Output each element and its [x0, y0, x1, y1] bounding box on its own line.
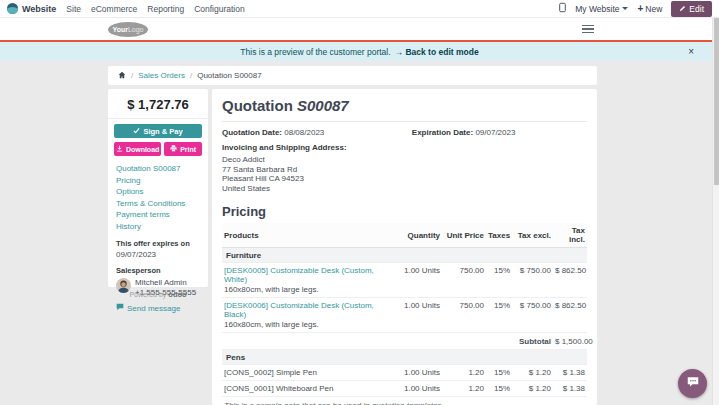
pricing-heading: Pricing — [222, 204, 587, 219]
plus-icon: + — [637, 5, 643, 13]
vertical-scrollbar[interactable] — [712, 18, 719, 405]
salesperson-label: Salesperson — [116, 266, 200, 275]
back-to-edit-link[interactable]: → Back to edit mode — [395, 47, 479, 57]
total-amount: $ 1,727.76 — [108, 89, 208, 119]
check-icon — [133, 127, 140, 136]
livechat-button[interactable] — [678, 369, 707, 398]
section-row-furniture: Furniture — [222, 248, 587, 263]
website-switcher[interactable]: My Website — [575, 4, 628, 14]
printer-icon — [170, 145, 177, 153]
edit-button[interactable]: Edit — [671, 1, 712, 17]
close-banner-icon[interactable]: × — [688, 46, 694, 57]
download-icon — [116, 145, 123, 153]
menu-reporting[interactable]: Reporting — [147, 4, 184, 14]
hamburger-menu-icon[interactable] — [579, 22, 597, 37]
arrow-right-icon: → — [395, 47, 404, 57]
quotation-date-value: 08/08/2023 — [284, 128, 324, 137]
breadcrumb: / Sales Orders / Quotation S00087 — [108, 66, 597, 85]
subtotal-row: Subtotal $ 1,500.00 — [222, 333, 587, 350]
download-button[interactable]: Download — [114, 142, 161, 156]
sidebar-item-quotation[interactable]: Quotation S00087 — [116, 163, 200, 175]
powered-by-odoo[interactable]: Powered by odoo — [108, 290, 208, 299]
chat-bubble-icon — [116, 303, 124, 313]
expiration-date-label: Expiration Date: — [412, 128, 473, 137]
expiration-date-value: 09/07/2023 — [475, 128, 515, 137]
salesperson-name: Mitchell Admin — [135, 278, 196, 288]
backend-navbar: Website Site eCommerce Reporting Configu… — [0, 0, 719, 18]
website-app-icon — [7, 0, 18, 18]
sign-pay-button[interactable]: Sign & Pay — [114, 124, 202, 138]
sidebar-item-options[interactable]: Options — [116, 186, 200, 198]
table-header-row: Products Quantity Unit Price Taxes Tax e… — [222, 223, 587, 248]
menu-site[interactable]: Site — [66, 4, 81, 14]
table-row: [CONS_0002] Simple Pen 1.00 Units 1.20 1… — [222, 365, 587, 381]
page-title: Quotation S00087 — [222, 97, 587, 122]
breadcrumb-sales-orders[interactable]: Sales Orders — [138, 71, 185, 80]
sidebar-nav: Quotation S00087 Pricing Options Terms &… — [108, 156, 208, 232]
table-row: [CONS_0001] Whiteboard Pen 1.00 Units 1.… — [222, 381, 587, 397]
sample-note-row: This is a sample note that can be used i… — [222, 397, 587, 405]
expiry-date: 09/07/2023 — [116, 250, 200, 259]
send-message-link[interactable]: Send message — [108, 298, 208, 313]
scrollbar-thumb[interactable] — [714, 18, 719, 185]
chevron-down-icon — [622, 7, 628, 10]
sidebar-item-payment-terms[interactable]: Payment terms — [116, 209, 200, 221]
banner-message: This is a preview of the customer portal… — [240, 47, 390, 57]
menu-configuration[interactable]: Configuration — [194, 4, 245, 14]
mobile-preview-icon[interactable] — [559, 2, 566, 15]
table-row: [DESK0006] Customizable Desk (Custom, Bl… — [222, 298, 587, 333]
breadcrumb-current: Quotation S00087 — [197, 71, 262, 80]
product-link[interactable]: [DESK0006] Customizable Desk (Custom, Bl… — [224, 301, 380, 319]
apps-menu-button[interactable]: Website — [7, 0, 56, 18]
new-page-button[interactable]: + New — [637, 4, 662, 14]
pencil-icon — [679, 4, 686, 14]
website-header: YourLogo — [0, 18, 719, 40]
odoo-wordmark: odoo — [168, 290, 186, 299]
sidebar-item-history[interactable]: History — [116, 221, 200, 233]
app-name[interactable]: Website — [22, 4, 56, 14]
quotation-sidebar: $ 1,727.76 Sign & Pay Download Print — [108, 89, 208, 287]
quotation-date-label: Quotation Date: — [222, 128, 282, 137]
table-row: [DESK0005] Customizable Desk (Custom, Wh… — [222, 263, 587, 298]
address-label: Invoicing and Shipping Address: — [222, 143, 587, 152]
home-icon[interactable] — [118, 71, 126, 81]
customer-address: Deco Addict 77 Santa Barbara Rd Pleasant… — [222, 155, 587, 193]
product-link[interactable]: [DESK0005] Customizable Desk (Custom, Wh… — [224, 266, 380, 284]
print-button[interactable]: Print — [164, 142, 202, 156]
quotation-document: Quotation S00087 Quotation Date: 08/08/2… — [212, 89, 597, 405]
menu-ecommerce[interactable]: eCommerce — [91, 4, 137, 14]
chat-icon — [686, 375, 700, 393]
expiry-label: This offer expires on — [116, 239, 200, 248]
section-row-pens: Pens — [222, 350, 587, 365]
portal-preview-banner: This is a preview of the customer portal… — [0, 40, 719, 61]
products-table: Products Quantity Unit Price Taxes Tax e… — [222, 223, 587, 405]
sidebar-item-terms[interactable]: Terms & Conditions — [116, 198, 200, 210]
website-logo[interactable]: YourLogo — [108, 22, 148, 37]
sidebar-item-pricing[interactable]: Pricing — [116, 175, 200, 187]
